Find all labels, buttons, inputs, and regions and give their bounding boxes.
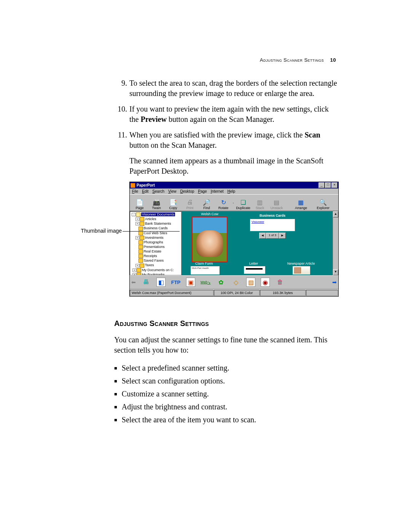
tree-item[interactable]: +My Documents on C: bbox=[130, 268, 181, 272]
status-bar: Welsh Cow.max (PaperPort Document) 100 D… bbox=[130, 289, 338, 296]
thumbnail-image[interactable] bbox=[192, 217, 228, 262]
tree-item[interactable]: +Taxes bbox=[130, 263, 181, 267]
tree-item[interactable]: +Bank Statements bbox=[130, 221, 181, 226]
body-column: 9. To select the area to scan, drag the … bbox=[114, 78, 339, 426]
tb-stack[interactable]: ▥Stack bbox=[252, 195, 268, 210]
ftp-icon[interactable]: FTP bbox=[171, 277, 181, 287]
running-header: Adjusting Scanner Settings 10 bbox=[260, 57, 336, 63]
tree-item[interactable]: Real Estate bbox=[130, 249, 181, 254]
tree-item[interactable]: +My Bookmarks bbox=[130, 272, 181, 275]
tb-unstack[interactable]: ▤Unstack bbox=[268, 195, 285, 210]
step-text: To select the area to scan, drag the bor… bbox=[129, 78, 339, 99]
page-number: 10 bbox=[330, 57, 336, 63]
pager-label: 1 of 3 bbox=[266, 233, 279, 239]
step-number: 9. bbox=[114, 78, 129, 99]
app-icon[interactable]: ◉ bbox=[261, 278, 270, 287]
app-icon[interactable]: ◧ bbox=[156, 278, 166, 287]
tb-find[interactable]: 🔎Find bbox=[198, 195, 215, 210]
explorer-icon: 🔍 bbox=[319, 198, 327, 206]
scroll-down-button[interactable]: ▼ bbox=[333, 269, 338, 275]
app-icon[interactable]: ▨ bbox=[246, 278, 255, 287]
tb-explorer[interactable]: 🔍Explorer bbox=[315, 195, 331, 210]
close-button[interactable]: × bbox=[331, 182, 338, 188]
menu-edit[interactable]: Edit bbox=[142, 189, 148, 193]
work-area: -Visioneer Documents +Articles +Bank Sta… bbox=[130, 211, 338, 275]
thumbnail-label: Letter bbox=[249, 262, 258, 265]
callout-label: Thumbnail image bbox=[68, 228, 122, 233]
desktop-pane[interactable]: Welsh Cow Business Cards Visioneer ◄ 1 o… bbox=[182, 211, 338, 275]
menu-desktop[interactable]: Desktop bbox=[180, 189, 194, 193]
toolbar-separator: · bbox=[232, 200, 235, 206]
step-text: If you want to preview the item again wi… bbox=[129, 104, 339, 125]
page-icon: 📄 bbox=[135, 198, 144, 206]
tb-twain[interactable]: 📠Twain bbox=[148, 195, 165, 210]
tree-root[interactable]: -Visioneer Documents bbox=[130, 212, 181, 217]
business-card-preview: Visioneer bbox=[250, 219, 295, 231]
status-filesize: 193.3K bytes bbox=[260, 290, 306, 296]
unstack-icon: ▤ bbox=[272, 198, 281, 206]
tree-item[interactable]: +Investments bbox=[130, 235, 181, 240]
screenshot-figure: Thumbnail image PaperPort _ □ × File Edi… bbox=[114, 182, 339, 298]
header-title: Adjusting Scanner Settings bbox=[260, 57, 324, 63]
status-filename: Welsh Cow.max (PaperPort Document) bbox=[130, 290, 213, 296]
menu-internet[interactable]: Internet bbox=[211, 189, 224, 193]
toolbar: 📄Page 📠Twain 📑Copy 🖨Print 🔎Find ↻Rotate … bbox=[130, 194, 338, 211]
menu-page[interactable]: Page bbox=[198, 189, 207, 193]
minimize-button[interactable]: _ bbox=[319, 182, 325, 188]
tb-page[interactable]: 📄Page bbox=[131, 195, 148, 210]
menu-help[interactable]: Help bbox=[228, 189, 236, 193]
followup-paragraph: The scanned item appears as a thumbnail … bbox=[129, 156, 339, 176]
app-icon[interactable]: ▣ bbox=[186, 278, 195, 287]
status-empty bbox=[306, 290, 338, 296]
menu-view[interactable]: View bbox=[168, 189, 177, 193]
tree-item[interactable]: Saved Faxes bbox=[130, 258, 181, 263]
find-icon: 🔎 bbox=[202, 198, 211, 206]
tree-item[interactable]: Photographs bbox=[130, 240, 181, 244]
thumbnail-stack[interactable]: Business Cards Visioneer ◄ 1 of 3 ► bbox=[250, 214, 295, 239]
tb-duplicate[interactable]: ❏Duplicate bbox=[235, 195, 252, 210]
thumbnail-label: Claim Form bbox=[195, 262, 213, 265]
tb-copy[interactable]: 📑Copy bbox=[165, 195, 182, 210]
tb-print[interactable]: 🖨Print bbox=[182, 195, 198, 210]
pager-prev-button[interactable]: ◄ bbox=[259, 233, 266, 239]
step-9: 9. To select the area to scan, drag the … bbox=[114, 78, 339, 99]
thumbnail-label: Business Cards bbox=[250, 214, 295, 217]
tree-item[interactable]: Presentations bbox=[130, 244, 181, 249]
printer-icon[interactable]: 🖶 bbox=[141, 277, 151, 287]
trash-icon[interactable]: 🗑 bbox=[275, 277, 285, 287]
scroll-left-icon[interactable]: ⬅ bbox=[131, 279, 136, 285]
scroll-up-button[interactable]: ▲ bbox=[333, 211, 338, 217]
tree-item[interactable]: Business Cards bbox=[130, 226, 181, 230]
list-item: Select the area of the item you want to … bbox=[114, 413, 339, 426]
thumbnail-preview[interactable] bbox=[293, 266, 310, 275]
duplicate-icon: ❏ bbox=[239, 198, 247, 206]
scroll-right-icon[interactable]: ➡ bbox=[332, 279, 337, 285]
list-item: Customize a scanner setting. bbox=[114, 387, 339, 400]
list-item: Adjust the brightness and contrast. bbox=[114, 400, 339, 413]
pager-next-button[interactable]: ► bbox=[279, 233, 286, 239]
maximize-button[interactable]: □ bbox=[325, 182, 331, 188]
folder-tree[interactable]: -Visioneer Documents +Articles +Bank Sta… bbox=[130, 211, 182, 275]
thumbnail-selected[interactable]: Welsh Cow bbox=[191, 212, 229, 262]
step-10: 10. If you want to preview the item agai… bbox=[114, 104, 339, 125]
web-icon[interactable]: Web bbox=[201, 277, 210, 287]
thumbnail-preview[interactable] bbox=[244, 266, 265, 274]
menu-search[interactable]: Search bbox=[152, 189, 164, 193]
tree-item[interactable]: +Articles bbox=[130, 217, 181, 221]
paperport-window: PaperPort _ □ × File Edit Search View De… bbox=[129, 182, 339, 297]
send-to-bar: ⬅ 🖶 ◧ FTP ▣ Web ✿ ◇ ▨ ◉ 🗑 ➡ bbox=[130, 275, 338, 289]
window-title: PaperPort bbox=[137, 183, 319, 187]
vertical-scrollbar[interactable]: ▲ ▼ bbox=[333, 211, 338, 275]
callout-leader-line bbox=[123, 231, 180, 232]
rotate-icon: ↻ bbox=[219, 198, 228, 206]
numbered-steps: 9. To select the area to scan, drag the … bbox=[114, 78, 339, 150]
menu-file[interactable]: File bbox=[132, 189, 138, 193]
tb-rotate[interactable]: ↻Rotate bbox=[215, 195, 232, 210]
toolbar-gap bbox=[309, 195, 315, 210]
tb-arrange[interactable]: ▦Arrange bbox=[293, 195, 309, 210]
app-icon[interactable]: ◇ bbox=[231, 277, 241, 287]
thumbnail-preview[interactable]: Multi-Part Health bbox=[191, 266, 220, 275]
print-icon: 🖨 bbox=[186, 198, 194, 206]
app-icon[interactable]: ✿ bbox=[216, 277, 226, 287]
tree-item[interactable]: Receipts bbox=[130, 254, 181, 258]
